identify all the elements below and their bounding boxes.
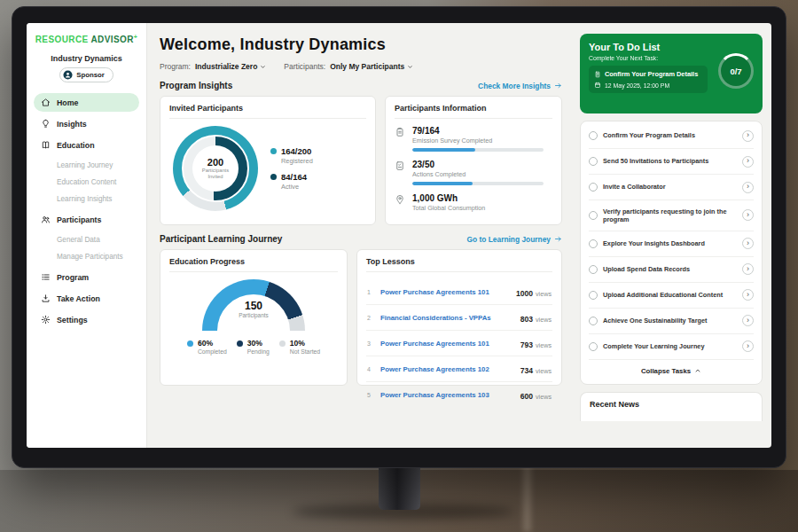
lesson-link[interactable]: Power Purchase Agreements 101	[380, 288, 510, 296]
actions-completed-value: 23/50	[412, 160, 544, 169]
sidebar-item-manage-participants[interactable]: Manage Participants	[34, 248, 139, 265]
settings-icon	[41, 315, 51, 325]
not-started-label: Not Started	[290, 348, 320, 355]
chevron-right-icon[interactable]: ›	[742, 156, 754, 168]
sidebar-item-education[interactable]: Education	[34, 136, 139, 154]
sidebar-item-take-action[interactable]: Take Action	[34, 289, 139, 308]
task-item[interactable]: Send 50 Invitations to Participants ›	[589, 149, 754, 175]
check-more-insights-link[interactable]: Check More Insights	[478, 82, 562, 90]
go-to-learning-journey-link[interactable]: Go to Learning Journey	[467, 235, 562, 244]
todo-due-date: 12 May 2025, 12:00 PM	[594, 82, 702, 89]
task-label: Explore Your Insights Dashboard	[603, 239, 737, 247]
task-checkbox[interactable]	[589, 239, 598, 248]
sidebar-item-insights[interactable]: Insights	[34, 114, 139, 133]
chevron-right-icon[interactable]: ›	[742, 263, 754, 275]
task-item[interactable]: Confirm Your Program Details ›	[589, 123, 754, 149]
background-highlight	[523, 461, 531, 532]
completed-value: 60%	[198, 339, 227, 348]
task-checkbox[interactable]	[589, 211, 598, 220]
consumption-row: 1,000 GWh Total Global Consumption	[395, 193, 552, 215]
actions-progressbar	[412, 182, 544, 185]
learning-cards-row: Education Progress 150 Participants	[160, 249, 562, 386]
participants-select[interactable]: Only My Participants	[330, 62, 413, 71]
sidebar-item-participants[interactable]: Participants	[34, 210, 139, 229]
todo-card: Your To Do List Complete Your Next Task:…	[580, 34, 763, 113]
chevron-right-icon[interactable]: ›	[742, 289, 754, 301]
filter-bar: Program: Industrialize Zero Participants…	[160, 62, 562, 71]
task-item[interactable]: Complete Your Learning Journey ›	[589, 334, 754, 360]
lesson-row: 3 Power Purchase Agreements 101 793views	[366, 331, 552, 356]
chevron-right-icon[interactable]: ›	[742, 238, 754, 249]
task-checkbox[interactable]	[589, 131, 598, 140]
task-checkbox[interactable]	[589, 342, 598, 351]
lesson-views-suffix: views	[536, 367, 552, 375]
take-action-icon	[41, 293, 51, 303]
emission-survey-label: Emission Survey Completed	[412, 137, 544, 145]
task-item[interactable]: Upload Spend Data Records ›	[589, 257, 754, 283]
lesson-link[interactable]: Financial Considerations - VPPAs	[380, 314, 514, 322]
invited-legend: 164/200 Registered 84/164 Active	[270, 139, 313, 198]
screen: RESOURCE ADVISOR+ Industry Dynamics Spon…	[27, 23, 771, 448]
sidebar: RESOURCE ADVISOR+ Industry Dynamics Spon…	[27, 23, 147, 448]
lesson-views: 600	[520, 392, 533, 401]
consumption-value: 1,000 GWh	[412, 193, 485, 203]
sidebar-item-label: Home	[57, 98, 78, 107]
task-checkbox[interactable]	[589, 265, 598, 274]
registered-dot	[270, 148, 277, 154]
pending-value: 30%	[247, 339, 270, 348]
task-item[interactable]: Explore Your Insights Dashboard ›	[589, 231, 754, 257]
lesson-link[interactable]: Power Purchase Agreements 103	[380, 391, 514, 399]
task-item[interactable]: Upload Additional Educational Content ›	[589, 283, 754, 309]
chevron-right-icon[interactable]: ›	[742, 315, 754, 326]
sidebar-item-learning-journey[interactable]: Learning Journey	[34, 157, 139, 174]
lesson-views-suffix: views	[536, 316, 552, 324]
chevron-right-icon[interactable]: ›	[742, 340, 754, 352]
task-item[interactable]: Invite a Collaborator ›	[589, 175, 754, 200]
participants-filter-label: Participants:	[284, 62, 325, 71]
check-more-insights-label: Check More Insights	[478, 82, 551, 90]
education-progress-title: Education Progress	[169, 257, 338, 272]
sidebar-item-label: Participants	[57, 215, 101, 224]
task-checkbox[interactable]	[589, 183, 598, 192]
invited-donut-center: 200 Participants Invited	[192, 145, 239, 192]
chevron-right-icon[interactable]: ›	[742, 209, 754, 221]
education-gauge-wrap: 150 Participants 60% Completed	[169, 279, 338, 355]
sidebar-item-home[interactable]: Home	[34, 93, 139, 112]
brand-secondary: ADVISOR+	[90, 35, 137, 44]
task-label: Achieve One Sustainability Target	[603, 317, 737, 325]
lesson-row: 2 Financial Considerations - VPPAs 803vi…	[366, 305, 552, 331]
sidebar-item-settings[interactable]: Settings	[34, 310, 139, 329]
chevron-right-icon[interactable]: ›	[742, 130, 754, 142]
recent-news-title: Recent News	[590, 400, 639, 409]
legend-pending: 30% Pending	[237, 339, 270, 355]
sidebar-item-education-content[interactable]: Education Content	[34, 174, 139, 191]
education-gauge-center: 150 Participants	[202, 300, 305, 318]
task-checkbox[interactable]	[589, 157, 598, 166]
lesson-rank: 3	[367, 340, 374, 347]
program-icon	[41, 272, 51, 282]
sidebar-item-learning-insights[interactable]: Learning Insights	[34, 191, 139, 207]
task-checkbox[interactable]	[589, 317, 598, 325]
task-checkbox[interactable]	[589, 291, 598, 300]
task-item[interactable]: Verify participants requesting to join t…	[589, 200, 754, 231]
task-item[interactable]: Achieve One Sustainability Target ›	[589, 309, 754, 334]
sidebar-item-general-data[interactable]: General Data	[34, 231, 139, 248]
chevron-right-icon[interactable]: ›	[742, 182, 754, 193]
actions-completed-row: 23/50 Actions Completed	[395, 160, 552, 185]
collapse-tasks-button[interactable]: Collapse Tasks	[589, 360, 754, 382]
checklist-icon	[395, 160, 405, 171]
lesson-link[interactable]: Power Purchase Agreements 101	[380, 340, 514, 348]
brand-plus: +	[134, 34, 138, 40]
program-insights-header: Program Insights Check More Insights	[160, 81, 562, 90]
sponsor-badge[interactable]: Sponsor	[59, 67, 113, 82]
program-select[interactable]: Industrialize Zero	[195, 62, 266, 71]
lesson-link[interactable]: Power Purchase Agreements 102	[380, 365, 514, 373]
todo-next-task-label: Confirm Your Program Details	[605, 70, 698, 78]
sidebar-item-label: Education	[57, 141, 95, 150]
invited-participants-card: Invited Participants 200 Participants In…	[160, 96, 376, 225]
completed-label: Completed	[198, 348, 227, 355]
todo-next-task[interactable]: Confirm Your Program Details	[594, 70, 702, 78]
legend-active: 84/164 Active	[270, 172, 313, 191]
sidebar-item-program[interactable]: Program	[34, 268, 139, 286]
todo-progress-ring: 0/7	[718, 53, 754, 89]
